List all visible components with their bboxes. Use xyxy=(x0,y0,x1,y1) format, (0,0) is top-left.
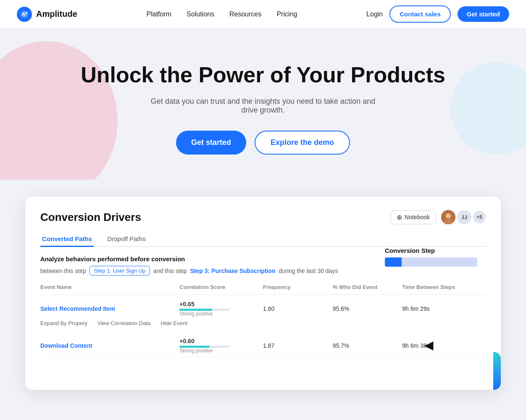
table-row-actions-1: Expand By Propery View Correlation Data … xyxy=(40,318,486,330)
card-title: Conversion Drivers xyxy=(40,211,141,224)
score-label-1: Strong positive xyxy=(179,311,263,317)
score-cell-2: +0.60 Strong positive xyxy=(179,338,263,354)
and-label: and this step xyxy=(153,268,187,274)
login-button[interactable]: Login xyxy=(366,10,383,18)
logo-icon xyxy=(17,7,32,22)
tab-converted-paths[interactable]: Converted Paths xyxy=(40,232,94,247)
time-between-1: 9h 6m 29s xyxy=(402,305,486,312)
avatar-photo xyxy=(441,210,455,224)
right-panel xyxy=(493,352,501,390)
explore-demo-button[interactable]: Explore the demo xyxy=(255,131,350,155)
get-started-hero-button[interactable]: Get started xyxy=(176,131,246,155)
step2-link[interactable]: Step 3: Purchase Subscription xyxy=(190,268,275,274)
demo-card-wrap: Conversion Drivers ⊕ Notebook JJ +5 Conv… xyxy=(0,197,526,390)
navbar: Amplitude Platform Solutions Resources P… xyxy=(0,0,526,29)
event-name-2[interactable]: Download Content xyxy=(40,342,179,349)
th-frequency: Frequency xyxy=(263,284,333,290)
notebook-label: Notebook xyxy=(405,214,430,220)
time-between-2: 9h 6m 38s xyxy=(402,342,486,349)
score-label-2: Strong positive xyxy=(179,348,263,354)
nav-pricing[interactable]: Pricing xyxy=(276,10,297,18)
card-header-right: ⊕ Notebook JJ +5 xyxy=(390,210,486,224)
score-val-1: +0.65 xyxy=(179,301,263,307)
hero-title: Unlock the Power of Your Products xyxy=(8,62,518,88)
notebook-plus-icon: ⊕ xyxy=(397,213,402,221)
conversion-step-section: Conversion Step xyxy=(385,247,486,267)
period-label: during the last 30 days xyxy=(279,268,338,274)
score-val-2: +0.60 xyxy=(179,338,263,344)
pct-who-2: 95.7% xyxy=(333,342,402,349)
nav-actions: Login Contact sales Get started xyxy=(366,5,509,23)
event-name-1[interactable]: Select Recommended Item xyxy=(40,305,179,312)
between-label: between this step xyxy=(40,268,86,274)
contact-sales-button[interactable]: Contact sales xyxy=(389,5,451,23)
th-pct-who: % Who Did Event xyxy=(333,284,402,290)
card-tabs: Converted Paths Dropoff Paths xyxy=(40,232,486,247)
analyze-steps: between this step Step 1: User Sign Up a… xyxy=(40,266,486,276)
table-row-2: Download Content +0.60 Strong positive 1… xyxy=(40,332,486,357)
hero-section: Unlock the Power of Your Products Get da… xyxy=(0,29,526,180)
hero-subtitle: Get data you can trust and the insights … xyxy=(145,97,381,115)
nav-solutions[interactable]: Solutions xyxy=(187,10,214,18)
th-event-name: Event Name xyxy=(40,284,179,290)
conv-step-label: Conversion Step xyxy=(385,247,486,254)
action-hide-1[interactable]: Hide Event xyxy=(160,320,187,326)
pct-who-1: 95.6% xyxy=(333,305,402,312)
nav-platform[interactable]: Platform xyxy=(147,10,172,18)
avatar-jj: JJ xyxy=(457,210,471,224)
get-started-nav-button[interactable]: Get started xyxy=(458,6,509,22)
table-row-main-1: Select Recommended Item +0.65 Strong pos… xyxy=(40,301,486,317)
tab-dropoff-paths[interactable]: Dropoff Paths xyxy=(105,232,147,247)
hero-buttons: Get started Explore the demo xyxy=(8,131,518,155)
table-row-main-2: Download Content +0.60 Strong positive 1… xyxy=(40,338,486,354)
logo-text: Amplitude xyxy=(36,9,77,19)
table-header: Event Name Correlation Score Frequency %… xyxy=(40,284,486,295)
data-table: Event Name Correlation Score Frequency %… xyxy=(40,284,486,357)
demo-card: Conversion Drivers ⊕ Notebook JJ +5 Conv… xyxy=(25,197,501,390)
svg-point-1 xyxy=(26,12,27,13)
hero-content: Unlock the Power of Your Products Get da… xyxy=(8,62,518,155)
logo[interactable]: Amplitude xyxy=(17,7,77,22)
action-correlation-1[interactable]: View Correlation Data xyxy=(97,320,150,326)
score-cell-1: +0.65 Strong positive xyxy=(179,301,263,317)
table-row: Select Recommended Item +0.65 Strong pos… xyxy=(40,295,486,332)
step1-badge[interactable]: Step 1: User Sign Up xyxy=(89,266,150,276)
notebook-button[interactable]: ⊕ Notebook xyxy=(390,210,436,224)
nav-resources[interactable]: Resources xyxy=(229,10,261,18)
th-correlation-score: Correlation Score xyxy=(179,284,263,290)
avatar-group: JJ +5 xyxy=(441,210,486,224)
th-time-between: Time Between Steps xyxy=(402,284,486,290)
conv-step-bar-wrap xyxy=(385,257,477,267)
frequency-1: 1.60 xyxy=(263,305,333,312)
nav-links: Platform Solutions Resources Pricing xyxy=(147,10,297,18)
conv-step-bar xyxy=(385,257,402,267)
card-header: Conversion Drivers ⊕ Notebook JJ +5 xyxy=(40,210,486,224)
frequency-2: 1.87 xyxy=(263,342,333,349)
avatar-more: +5 xyxy=(473,211,486,223)
svg-point-3 xyxy=(446,213,451,218)
action-expand-1[interactable]: Expand By Propery xyxy=(40,320,87,326)
